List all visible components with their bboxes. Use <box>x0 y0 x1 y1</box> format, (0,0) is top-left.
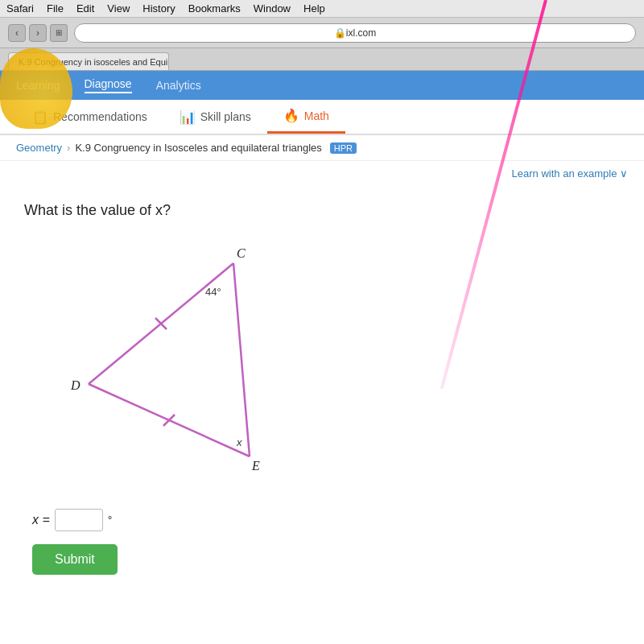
breadcrumb-separator: › <box>67 142 70 154</box>
question-text: What is the value of x? <box>24 202 620 219</box>
tab-bar: K.9 Congruency in isosceles and Equilate… <box>0 48 644 71</box>
skill-badge: HPR <box>330 142 357 154</box>
svg-line-4 <box>163 415 175 426</box>
svg-line-2 <box>233 263 250 456</box>
tab-overview-button[interactable]: ⊞ <box>50 24 68 42</box>
menu-bar: Safari File Edit View History Bookmarks … <box>0 0 644 18</box>
menu-help[interactable]: Help <box>303 2 325 14</box>
answer-unit: ° <box>108 514 113 526</box>
address-text: ixl.com <box>346 27 376 39</box>
answer-row: x = ° <box>24 509 620 531</box>
answer-input[interactable] <box>55 509 103 531</box>
ixl-app: Learning Diagnose Analytics 📋 Recommenda… <box>0 71 644 644</box>
address-bar[interactable]: 🔒 ixl.com <box>74 23 636 43</box>
menu-edit[interactable]: Edit <box>76 2 94 14</box>
ixl-top-nav: Learning Diagnose Analytics <box>0 71 644 100</box>
nav-buttons: ‹ › ⊞ <box>8 24 68 42</box>
math-icon: 🔥 <box>283 108 299 123</box>
tab-math-label: Math <box>304 109 329 122</box>
svg-text:x: x <box>236 436 242 448</box>
tab-skill-plans[interactable]: 📊 Skill plans <box>163 100 267 134</box>
menu-file[interactable]: File <box>47 2 64 14</box>
tab-skill-plans-label: Skill plans <box>200 110 251 123</box>
submit-button[interactable]: Submit <box>32 544 118 575</box>
learn-example[interactable]: Learn with an example ∨ <box>0 161 644 186</box>
triangle-svg: C D E 44° x <box>40 235 322 493</box>
nav-analytics[interactable]: Analytics <box>156 79 201 92</box>
menu-view[interactable]: View <box>107 2 130 14</box>
main-content: What is the value of x? C D E <box>0 186 644 591</box>
back-button[interactable]: ‹ <box>8 24 26 42</box>
lock-icon: 🔒 <box>334 27 346 39</box>
menu-history[interactable]: History <box>142 2 175 14</box>
breadcrumb-subject[interactable]: Geometry <box>16 142 62 154</box>
triangle-diagram: C D E 44° x <box>40 235 322 493</box>
forward-button[interactable]: › <box>29 24 47 42</box>
answer-label: x = <box>32 513 50 527</box>
svg-text:C: C <box>237 246 246 260</box>
ixl-subnav: 📋 Recommendations 📊 Skill plans 🔥 Math <box>0 100 644 135</box>
svg-text:44°: 44° <box>205 286 221 298</box>
menu-window[interactable]: Window <box>254 2 291 14</box>
learn-example-text: Learn with an example ∨ <box>512 167 628 180</box>
svg-text:E: E <box>251 459 260 473</box>
breadcrumb-skill: K.9 Congruency in Isosceles and equilate… <box>75 142 321 154</box>
nav-diagnose[interactable]: Diagnose <box>85 77 132 93</box>
svg-text:D: D <box>70 378 80 392</box>
skill-plans-icon: 📊 <box>180 109 196 125</box>
browser-chrome: ‹ › ⊞ 🔒 ixl.com <box>0 18 644 48</box>
tab-recommendations-label: Recommendations <box>53 110 147 123</box>
menu-safari[interactable]: Safari <box>6 2 34 14</box>
breadcrumb: Geometry › K.9 Congruency in Isosceles a… <box>0 135 644 161</box>
tab-math[interactable]: 🔥 Math <box>267 100 345 134</box>
menu-bookmarks[interactable]: Bookmarks <box>188 2 241 14</box>
